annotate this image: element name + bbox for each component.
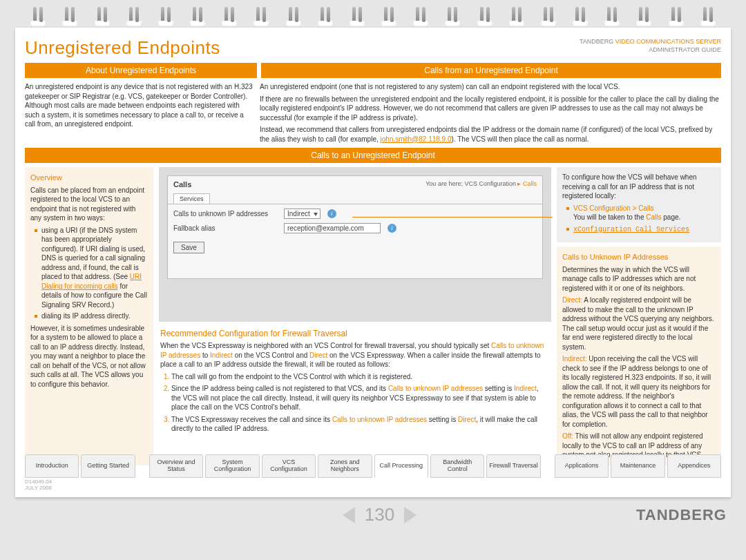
save-button[interactable]: Save	[173, 242, 204, 253]
configure-box: To configure how the VCS will behave whe…	[557, 167, 721, 242]
input-fallback-alias[interactable]: reception@example.com	[284, 223, 381, 233]
nav-tab-vcs-configuration[interactable]: VCS Configuration	[262, 454, 316, 478]
nav-tab-appendices[interactable]: Appendices	[667, 454, 721, 478]
label-fallback-alias: Fallback alias	[173, 224, 277, 232]
about-text: An unregistered endpoint is any device t…	[25, 82, 253, 144]
nav-tab-call-processing[interactable]: Call Processing	[374, 454, 428, 478]
bottom-nav-tabs: IntroductionGetting StartedOverview and …	[25, 454, 721, 478]
nav-tab-overview-and-status[interactable]: Overview and Status	[149, 454, 203, 478]
xconfig-link[interactable]: xConfiguration Call Services	[573, 226, 689, 233]
brand-logo: TANDBERG	[636, 506, 727, 524]
page-title: Unregistered Endpoints	[25, 37, 220, 59]
prev-page-arrow-icon[interactable]	[343, 507, 355, 523]
breadcrumb: You are here: VCS Configuration ▸ Calls	[425, 180, 537, 187]
info-icon[interactable]: i	[388, 224, 396, 233]
brand-line: TANDBERG VIDEO COMMUNICATIONS SERVER ADM…	[580, 37, 721, 54]
band-calls-to: Calls to an Unregistered Endpoint	[25, 148, 721, 163]
pager: 130	[343, 504, 417, 525]
label-unknown-ip: Calls to unknown IP addresses	[173, 210, 277, 218]
callout-line	[352, 217, 553, 218]
next-page-arrow-icon[interactable]	[404, 507, 417, 523]
nav-tab-bandwidth-control[interactable]: Bandwidth Control	[430, 454, 484, 478]
example-uri-link[interactable]: john.smith@82.118.9.0	[381, 135, 452, 143]
calls-unknown-box: Calls to Unknown IP Addresses Determines…	[557, 247, 721, 465]
nav-tab-introduction[interactable]: Introduction	[25, 454, 79, 478]
select-unknown-ip[interactable]: Indirect	[284, 209, 321, 219]
nav-tab-maintenance[interactable]: Maintenance	[611, 454, 664, 478]
reco-heading: Recommended Configuration for Firewall T…	[160, 329, 551, 338]
tab-services[interactable]: Services	[173, 193, 210, 204]
nav-tab-system-configuration[interactable]: System Configuration	[205, 454, 259, 478]
page-number: 130	[365, 504, 394, 525]
calls-panel: Calls You are here: VCS Configuration ▸ …	[167, 175, 543, 279]
doc-meta: D14049.04JULY 2008	[25, 479, 52, 492]
band-calls-from: Calls from an Unregistered Endpoint	[261, 63, 721, 78]
spiral-binding	[0, 0, 746, 28]
calls-from-text: An unregistered endpoint (one that is no…	[260, 82, 721, 144]
nav-tab-getting-started[interactable]: Getting Started	[81, 454, 135, 478]
nav-tab-zones-and-neighbors[interactable]: Zones and Neighbors	[318, 454, 372, 478]
nav-tab-applications[interactable]: Applications	[555, 454, 609, 478]
band-about: About Unregistered Endpoints	[25, 63, 257, 78]
info-icon[interactable]: i	[327, 209, 336, 218]
panel-title: Calls	[173, 180, 191, 189]
nav-tab-firewall-traversal[interactable]: Firewall Traversal	[486, 454, 540, 478]
screenshot-frame: Calls You are here: VCS Configuration ▸ …	[159, 167, 551, 322]
reco-body: When the VCS Expressway is neighbored wi…	[159, 341, 551, 434]
overview-box: Overview Calls can be placed from an end…	[25, 167, 153, 465]
